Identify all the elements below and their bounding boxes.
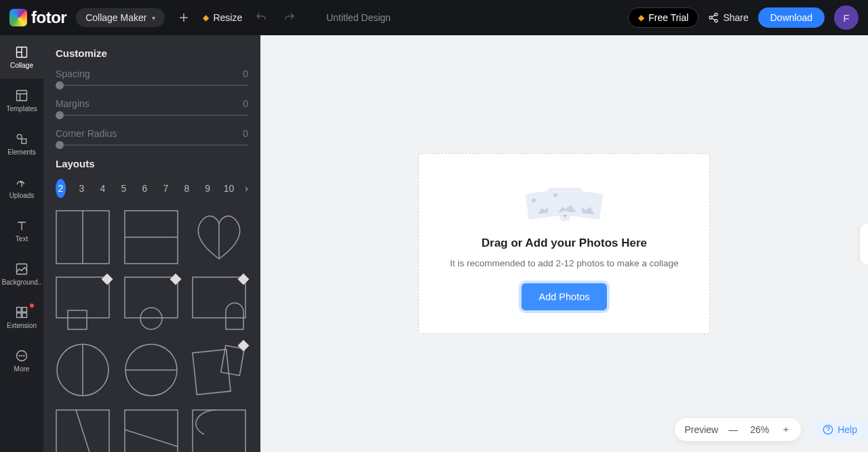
canvas-area[interactable]: + Drag or Add your Photos Here It is rec… [260, 35, 868, 452]
svg-rect-36 [193, 410, 245, 452]
layout-tab-8[interactable]: 8 [182, 179, 192, 198]
layout-tab-2[interactable]: 2 [56, 179, 66, 198]
help-icon [823, 424, 833, 435]
nav-more[interactable]: More [0, 339, 43, 382]
zoom-out-button[interactable]: — [728, 424, 738, 435]
svg-point-14 [22, 355, 22, 356]
nav-templates[interactable]: Templates [0, 79, 43, 122]
drop-subtext: It is recommended to add 2-12 photos to … [439, 257, 689, 270]
share-button[interactable]: Share [708, 12, 748, 23]
download-button[interactable]: Download [758, 7, 825, 28]
layout-option[interactable] [124, 343, 178, 397]
add-new-button[interactable] [174, 8, 193, 27]
layout-option[interactable] [192, 210, 246, 264]
svg-point-15 [24, 355, 24, 356]
layout-option[interactable] [192, 276, 246, 331]
resize-label: Resize [213, 12, 242, 23]
layout-tab-5[interactable]: 5 [119, 179, 129, 198]
svg-rect-10 [17, 312, 22, 317]
mode-dropdown[interactable]: Collage Maker ▾ [76, 8, 165, 27]
svg-rect-22 [68, 310, 87, 329]
share-label: Share [723, 12, 748, 23]
layouts-heading: Layouts [56, 158, 248, 169]
svg-rect-4 [17, 90, 27, 100]
top-bar: fotor Collage Maker ▾ ◆ Resize Untitled … [0, 0, 868, 35]
svg-rect-21 [56, 277, 109, 318]
help-button[interactable]: Help [812, 419, 868, 440]
svg-point-2 [715, 20, 717, 22]
margins-label: Margins [56, 98, 90, 109]
svg-point-5 [17, 134, 22, 139]
layout-tab-9[interactable]: 9 [203, 179, 213, 198]
canvas-footer: Preview — 26% ＋ Help [675, 418, 856, 441]
left-nav: Collage Templates Elements Uploads Text … [0, 35, 43, 452]
layout-option[interactable] [192, 409, 246, 452]
layout-tab-4[interactable]: 4 [98, 179, 108, 198]
diamond-icon: ◆ [638, 13, 644, 22]
more-icon [15, 349, 28, 363]
customize-panel: Customize Spacing 0 Margins 0 Corner Rad… [43, 35, 260, 452]
nav-uploads[interactable]: Uploads [0, 165, 43, 209]
margins-value: 0 [243, 98, 248, 109]
corner-radius-slider[interactable] [56, 144, 248, 146]
layout-tab-10[interactable]: 10 [224, 179, 235, 198]
nav-text[interactable]: Text [0, 209, 43, 252]
layout-tab-3[interactable]: 3 [77, 179, 87, 198]
spacing-label: Spacing [56, 68, 90, 79]
layout-option[interactable] [192, 343, 246, 397]
layout-option[interactable] [124, 210, 178, 264]
zoom-in-button[interactable]: ＋ [781, 424, 791, 436]
add-photos-button[interactable]: Add Photos [521, 283, 608, 310]
svg-rect-9 [22, 307, 27, 312]
corner-radius-value: 0 [243, 128, 248, 139]
svg-point-13 [19, 355, 20, 356]
preview-button[interactable]: Preview [684, 424, 718, 435]
svg-rect-11 [22, 312, 27, 317]
svg-rect-25 [193, 277, 245, 318]
resize-button[interactable]: ◆ Resize [203, 12, 242, 23]
logo-icon [9, 9, 27, 26]
extension-icon [15, 306, 28, 319]
nav-background[interactable]: Background.. [0, 252, 43, 295]
svg-rect-6 [22, 139, 26, 144]
text-icon [15, 219, 28, 232]
nav-elements[interactable]: Elements [0, 122, 43, 165]
layout-tabs-next-icon[interactable]: › [245, 183, 248, 194]
layout-option[interactable] [56, 276, 110, 331]
layout-option[interactable] [124, 409, 178, 452]
layout-tab-7[interactable]: 7 [161, 179, 171, 198]
templates-icon [15, 89, 28, 102]
zoom-percent[interactable]: 26% [748, 424, 771, 435]
svg-rect-7 [17, 264, 27, 274]
document-title[interactable]: Untitled Design [326, 12, 391, 23]
undo-button[interactable] [252, 8, 271, 27]
customize-heading: Customize [56, 47, 248, 59]
layout-option[interactable] [124, 276, 178, 331]
free-trial-button[interactable]: ◆ Free Trial [628, 7, 698, 28]
brand-logo[interactable]: fotor [9, 8, 66, 27]
right-edge-expand-button[interactable] [860, 224, 868, 264]
nav-collage[interactable]: Collage [0, 35, 43, 79]
user-avatar[interactable]: F [834, 5, 859, 30]
svg-rect-23 [125, 277, 178, 318]
layout-option[interactable] [56, 343, 110, 397]
diamond-icon: ◆ [203, 13, 209, 22]
spacing-slider[interactable] [56, 85, 248, 86]
share-icon [708, 12, 719, 23]
drop-heading: Drag or Add your Photos Here [439, 237, 689, 250]
spacing-value: 0 [243, 68, 248, 79]
background-icon [15, 262, 28, 276]
corner-radius-label: Corner Radius [56, 128, 117, 139]
nav-extension[interactable]: Extension [0, 295, 43, 339]
layout-option[interactable] [56, 409, 110, 452]
logo-text: fotor [31, 8, 66, 27]
svg-point-1 [709, 16, 712, 19]
drop-zone[interactable]: + Drag or Add your Photos Here It is rec… [418, 153, 710, 333]
layout-option[interactable] [56, 210, 110, 264]
layout-grid [56, 210, 248, 452]
svg-line-35 [125, 430, 178, 447]
margins-slider[interactable] [56, 115, 248, 116]
layout-tab-6[interactable]: 6 [140, 179, 150, 198]
svg-rect-30 [193, 350, 231, 395]
redo-button[interactable] [280, 8, 299, 27]
